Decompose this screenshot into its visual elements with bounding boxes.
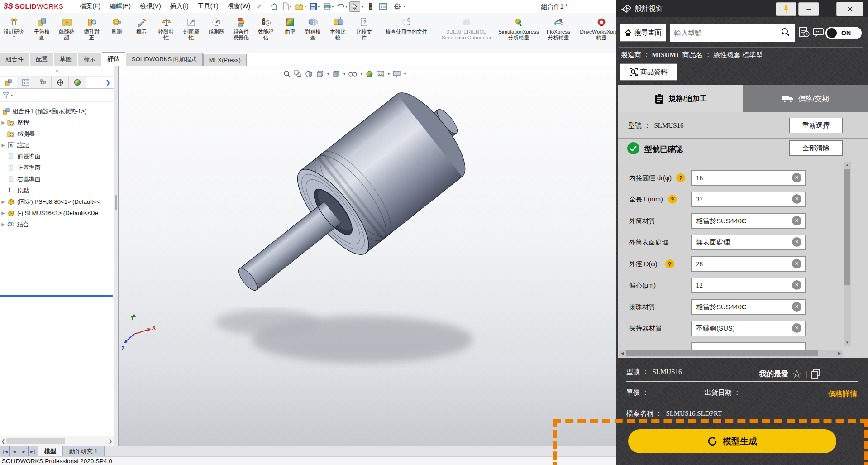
rebuild-options-icon[interactable]	[378, 2, 388, 11]
tab-assembly[interactable]: 組合件	[0, 53, 29, 66]
retainer-material-input[interactable]: 不鏽鋼(SUS)	[691, 321, 806, 336]
tree-flyout-chevron[interactable]: ❯	[105, 79, 110, 86]
options-caret[interactable]: ▾	[404, 5, 405, 9]
tree-item-right-plane[interactable]: 右基準面	[0, 173, 114, 185]
spec-vertical-scrollbar[interactable]: ▲ ▼	[844, 162, 851, 346]
ribbon-item-markup[interactable]: 標示	[129, 13, 154, 53]
ribbon-item-sensor[interactable]: 感測器	[204, 13, 229, 53]
clear-field-icon[interactable]: ✕	[792, 302, 801, 312]
ribbon-item-body-compare[interactable]: ? 本體比 較	[325, 13, 350, 53]
hide-show-items-icon[interactable]	[348, 71, 357, 77]
tab-model[interactable]: 模型	[38, 446, 63, 457]
tab-evaluate[interactable]: 評估	[102, 52, 125, 66]
ribbon-item-curvature[interactable]: 曲率	[280, 13, 300, 53]
menu-edit[interactable]: 編輯(E)	[105, 0, 135, 12]
tab-price-delivery[interactable]: 價格/交期	[743, 85, 868, 112]
menu-file[interactable]: 檔案(F)	[75, 0, 105, 12]
tab-configuration-manager[interactable]	[34, 77, 52, 88]
surface-treatment-input[interactable]: 無表面處理	[691, 235, 806, 250]
zoom-area-icon[interactable]	[294, 70, 302, 78]
tab-mex-press[interactable]: MEX(Press)	[203, 54, 247, 66]
zoom-fit-icon[interactable]	[283, 70, 291, 78]
ribbon-item-design-study[interactable]: 設計研究 ▾	[0, 13, 28, 53]
ribbon-item-mass-properties[interactable]: 物質特 性	[154, 13, 179, 53]
options-gear-button[interactable]	[392, 2, 402, 11]
tree-item-part-psfj8-80[interactable]: ▶ (固定) PSFJ8-80<1> (Default<<	[0, 196, 114, 207]
ribbon-item-symmetry-check[interactable]: 對稱檢 查	[300, 13, 325, 53]
search-screen-button[interactable]: 搜尋畫面	[620, 24, 666, 42]
first-tab-button[interactable]: ❘◀	[0, 446, 10, 457]
clear-field-icon[interactable]: ✕	[792, 216, 801, 225]
pin-pane-button[interactable]	[776, 2, 796, 16]
ribbon-item-clearance-verification[interactable]: 餘隙確 認	[54, 13, 79, 53]
tree-item-sensors[interactable]: 感測器	[0, 128, 114, 139]
tab-dimxpert-manager[interactable]	[52, 77, 69, 88]
tab-motion-study-1[interactable]: 動作研究 1	[63, 446, 105, 457]
menu-view[interactable]: 檢視(V)	[135, 0, 166, 12]
rollback-bar[interactable]	[0, 295, 113, 297]
new-document-button[interactable]: ▾	[281, 1, 293, 11]
scroll-right-icon[interactable]: ❯	[107, 439, 114, 444]
undo-button[interactable]: ▾	[336, 2, 348, 11]
tree-splitter-handle[interactable]	[0, 66, 114, 77]
tree-item-origin[interactable]: 原點	[0, 185, 114, 196]
tree-item-front-plane[interactable]: 前基準面	[0, 151, 114, 162]
ribbon-item-check-active-document[interactable]: 檢查使用中的文件	[377, 13, 436, 53]
clear-field-icon[interactable]: ✕	[792, 194, 801, 204]
tab-display-manager[interactable]	[69, 77, 86, 88]
on-off-toggle[interactable]: ON	[825, 27, 862, 39]
ribbon-item-interference-check[interactable]: 干涉檢 查	[29, 13, 54, 53]
ribbon-item-driveworksxpress[interactable]: DriveWorksXpress 精靈	[577, 13, 616, 53]
tree-item-part-slmus16[interactable]: ▶ (-) SLMUS16<1> (Default<<De	[0, 207, 114, 219]
filter-funnel-icon[interactable]	[2, 92, 10, 99]
help-icon[interactable]: ?	[676, 173, 685, 182]
outer-diameter-input[interactable]: 28	[691, 256, 806, 272]
reselect-button[interactable]: 重新選擇	[789, 118, 843, 133]
catalog-icon[interactable]	[798, 26, 810, 38]
view-settings-icon[interactable]	[393, 71, 401, 77]
select-tool-button[interactable]	[349, 1, 360, 12]
search-icon[interactable]	[781, 28, 790, 37]
apply-scene-icon[interactable]	[377, 71, 384, 77]
clear-field-icon[interactable]: ✕	[792, 173, 801, 182]
price-detail-link[interactable]: 價格詳情	[828, 389, 857, 399]
inner-diameter-input[interactable]: 16	[691, 170, 806, 186]
print-button[interactable]: ▾	[322, 2, 335, 11]
ribbon-item-hole-alignment[interactable]: 鑽孔對 正	[79, 13, 104, 53]
spec-horizontal-scrollbar[interactable]: ◀ ▶	[619, 350, 843, 357]
scroll-thumb[interactable]	[6, 438, 65, 444]
tab-featuremanager-design-tree[interactable]	[0, 77, 17, 88]
copy-icon[interactable]	[811, 369, 820, 379]
scroll-left-icon[interactable]: ❮	[0, 439, 6, 444]
tab-layout[interactable]: 配置	[30, 53, 53, 66]
tab-markup[interactable]: 標示	[78, 53, 101, 66]
clear-field-icon[interactable]: ✕	[792, 259, 801, 268]
save-button[interactable]: ▾	[308, 2, 321, 11]
scroll-up-icon[interactable]: ▲	[844, 162, 851, 168]
scroll-thumb[interactable]	[844, 169, 850, 285]
rebuild-traffic-light-icon[interactable]	[367, 1, 374, 11]
feedback-bubble-icon[interactable]	[813, 28, 824, 38]
menu-tools[interactable]: 工具(T)	[193, 0, 223, 12]
ribbon-item-assembly-visualization[interactable]: 組合件 視覺化	[229, 13, 253, 53]
view-orientation-icon[interactable]	[316, 70, 324, 78]
home-button[interactable]	[269, 1, 280, 11]
tree-item-assembly-root[interactable]: 組合件1 (預設<顯示狀態-1>)	[0, 105, 114, 117]
partial-input[interactable]	[691, 342, 806, 350]
tab-sketch[interactable]: 草圖	[54, 53, 77, 66]
product-data-button[interactable]: 商品資料	[620, 63, 677, 81]
ball-material-input[interactable]: 相當於SUS440C	[691, 299, 806, 315]
tree-horizontal-scrollbar[interactable]: ❮ ❯	[0, 436, 114, 446]
eccentricity-input[interactable]: 12	[691, 278, 806, 293]
menu-window[interactable]: 視窗(W)	[223, 0, 255, 12]
panel-splitter[interactable]	[114, 66, 119, 446]
tree-item-annotations[interactable]: ▶ A 註記	[0, 139, 114, 151]
tree-item-top-plane[interactable]: 上基準面	[0, 162, 114, 173]
select-tool-caret[interactable]: ▾	[362, 5, 363, 9]
graphics-viewport[interactable]: Y X Z	[118, 66, 616, 446]
open-document-button[interactable]: ▾	[294, 2, 307, 11]
clear-field-icon[interactable]: ✕	[792, 237, 801, 247]
clear-field-icon[interactable]: ✕	[792, 323, 801, 333]
help-icon[interactable]: ?	[668, 195, 677, 204]
ribbon-item-measure[interactable]: 量測	[104, 13, 129, 53]
